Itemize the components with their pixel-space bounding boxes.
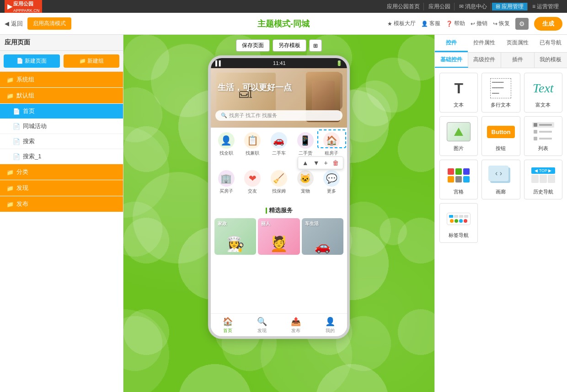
tab-controls[interactable]: 控件 [435, 35, 468, 52]
sidebar-page-search1[interactable]: 📄 搜索_1 [0, 149, 123, 164]
new-page-button[interactable]: 📄 新建页面 [4, 54, 60, 68]
tab-control-props[interactable]: 控件属性 [468, 35, 501, 52]
logo-text: 应用公园APPPARK.CN [13, 0, 39, 13]
home-nav-label: 首页 [223, 328, 232, 334]
sidebar-list: 📁 系统组 📁 默认组 📄 首页 📄 同城活动 📄 搜索 📄 搜索_1 [0, 72, 123, 392]
nav-apppark[interactable]: 应用公园 [425, 3, 455, 11]
service-card-housekeeping[interactable]: 家政 👩‍🍳 [214, 218, 256, 255]
sidebar-group-system[interactable]: 📁 系统组 [0, 72, 123, 87]
sidebar-page-search[interactable]: 📄 搜索 [0, 134, 123, 149]
phone-status-bar: ▌▌ 11:41 🔋 [211, 58, 347, 68]
delete-element-button[interactable]: 🗑 [331, 158, 341, 167]
mine-nav-label: 我的 [326, 328, 335, 334]
nav-homepage-label: 应用公园首页 [387, 3, 420, 11]
customer-service-button[interactable]: 👤 客服 [421, 20, 440, 27]
subtab-advanced[interactable]: 高级控件 [468, 53, 502, 68]
back-button[interactable]: ◀ 返回 [5, 20, 23, 28]
icon-usedgoods[interactable]: 📱 二手货 [293, 132, 318, 156]
more-icon: 💬 [326, 173, 337, 184]
nav-messages[interactable]: ✉ 消息中心 [455, 3, 491, 11]
control-text[interactable]: T 文本 [439, 73, 478, 113]
move-up-button[interactable]: ▲ [300, 158, 310, 167]
save-page-button[interactable]: 保存页面 [236, 39, 270, 52]
banner-search[interactable]: 🔍 找房子 找工作 找服务 [215, 110, 342, 121]
logo-area: ▶ 应用公园APPPARK.CN [5, 0, 42, 14]
generate-button[interactable]: 生成 [534, 17, 562, 31]
friend-icon: ❤ [249, 173, 257, 184]
back-arrow-icon: ◀ [5, 20, 9, 27]
icon-parttime[interactable]: 📋 找兼职 [240, 132, 265, 156]
sidebar-page-activities[interactable]: 📄 同城活动 [0, 119, 123, 134]
usedgoods-icon: 📱 [300, 135, 311, 146]
star-icon: ★ [387, 21, 392, 27]
bottom-nav-publish[interactable]: 📤 发布 [291, 317, 301, 334]
save-template-button[interactable]: 另存模板 [273, 39, 306, 52]
nav-operations[interactable]: ≡ 运营管理 [529, 3, 562, 11]
icon-nanny[interactable]: 🧹 找保姆 [266, 170, 291, 194]
nav-apppark-label: 应用公园 [428, 3, 450, 11]
sidebar-group-discover[interactable]: 📁 发现 [0, 180, 123, 196]
usedcar-icon: 🚗 [273, 135, 284, 146]
control-tabnav[interactable]: 标签导航 [439, 203, 478, 243]
help-button[interactable]: ❓ 帮助 [446, 20, 465, 27]
control-history[interactable]: ◀ TOP ▶ 历史导航 [524, 160, 562, 199]
icon-usedcar[interactable]: 🚗 二手车 [266, 132, 291, 156]
subtab-basic[interactable]: 基础控件 [435, 53, 468, 68]
gear-icon: ⚙ [519, 20, 525, 27]
canvas-area: 保存页面 另存模板 ⊞ ▌▌ 11:41 🔋 [123, 35, 434, 392]
more-label: 更多 [327, 188, 336, 194]
control-grid[interactable]: 宫格 [439, 160, 478, 199]
move-down-button[interactable]: ▼ [311, 158, 321, 167]
service-card-beauty[interactable]: 丽人 💆 [258, 218, 300, 255]
tab-existing-nav[interactable]: 已有导航 [534, 35, 567, 52]
sidebar-group-default[interactable]: 📁 默认组 [0, 88, 123, 103]
richtext-control-icon: Text [530, 77, 557, 100]
element-action-toolbar: ▲ ▼ + 🗑 [298, 156, 343, 169]
bottom-nav-discover[interactable]: 🔍 发现 [257, 317, 267, 334]
icon-more[interactable]: 💬 更多 [319, 170, 344, 194]
hd-mode-button[interactable]: 启用高清模式 [27, 17, 71, 30]
sidebar-page-home[interactable]: 📄 首页 [0, 104, 123, 119]
nav-app-management[interactable]: ⊞ 应用管理 [492, 3, 528, 11]
redo-button[interactable]: ↪ 恢复 [493, 20, 510, 27]
usedgoods-label: 二手货 [299, 150, 312, 156]
add-element-button[interactable]: + [322, 158, 329, 167]
icon-pet[interactable]: 🐱 宠物 [293, 170, 318, 194]
control-list[interactable]: 列表 [524, 116, 562, 156]
control-button[interactable]: Button 按钮 [481, 116, 520, 156]
icon-buyhouse[interactable]: 🏢 买房子 [214, 170, 239, 194]
icon-fulltime[interactable]: 👤 找全职 [214, 132, 239, 156]
bottom-nav-mine[interactable]: 👤 我的 [325, 317, 335, 334]
more-options-button[interactable]: ⊞ [309, 39, 322, 52]
settings-button[interactable]: ⚙ [515, 18, 529, 30]
right-top-tabs: 控件 控件属性 页面属性 已有导航 [435, 35, 567, 53]
control-gallery[interactable]: ‹ › 画廊 [481, 160, 520, 199]
services-title: 精选服务 [214, 206, 343, 215]
control-image[interactable]: 图片 [439, 116, 478, 156]
subtab-my-templates[interactable]: 我的模板 [535, 53, 567, 68]
folder-discover-icon: 📁 [6, 185, 14, 192]
page-title: 主题模式-同城 [257, 18, 310, 29]
phone-banner[interactable]: 🛋 生活，可以更好一点 🔍 找房子 找工作 找服务 [211, 68, 347, 128]
tab-page-props[interactable]: 页面属性 [501, 35, 534, 52]
icon-renthouse[interactable]: 🏠 租房子 ▲ ▼ + 🗑 [319, 132, 344, 156]
button-control-icon: Button [487, 120, 514, 143]
control-richtext[interactable]: Text 富文本 [524, 73, 562, 113]
right-panel: 控件 控件属性 页面属性 已有导航 基础控件 高级控件 插件 [434, 35, 567, 392]
control-multitext[interactable]: ━━━━━ ━━━━━ ━━━ 多行文本 [481, 73, 520, 113]
bottom-nav-home[interactable]: 🏠 首页 [223, 317, 233, 334]
text-control-label: 文本 [454, 102, 464, 108]
subtab-plugins[interactable]: 插件 [501, 53, 535, 68]
nav-homepage[interactable]: 应用公园首页 [383, 3, 424, 11]
sidebar-actions: 📄 新建页面 📁 新建组 [0, 51, 123, 72]
icon-friend[interactable]: ❤ 交友 [240, 170, 265, 194]
sidebar-group-publish[interactable]: 📁 发布 [0, 196, 123, 212]
sidebar-group-category[interactable]: 📁 分类 [0, 164, 123, 180]
image-control-label: 图片 [454, 145, 464, 152]
page-home-icon: 📄 [13, 108, 20, 115]
template-hall-button[interactable]: ★ 模板大厅 [387, 20, 416, 27]
ops-icon: ≡ [532, 3, 535, 10]
new-group-button[interactable]: 📁 新建组 [64, 54, 120, 68]
service-card-car[interactable]: 车生活 🚗 [302, 218, 343, 255]
undo-button[interactable]: ↩ 撤销 [471, 20, 487, 27]
